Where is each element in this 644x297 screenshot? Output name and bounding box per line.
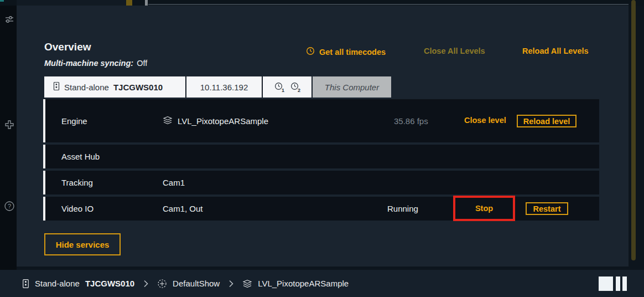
breadcrumb-machine-name[interactable]: TJCGWS010 bbox=[85, 279, 134, 288]
chevron-right-icon bbox=[143, 280, 148, 288]
machine-tab-row: Stand-alone TJCGWS010 10.11.36.192 1 2 bbox=[44, 76, 391, 98]
breadcrumb: Stand-alone TJCGWS010 DefaultShow LVL_Pi… bbox=[0, 270, 644, 297]
restart-button[interactable]: Restart bbox=[526, 202, 568, 215]
machine-type-label: Stand-alone bbox=[64, 83, 109, 92]
left-sidebar: ? bbox=[0, 6, 17, 270]
breadcrumb-level-name[interactable]: LVL_PixotopeARSample bbox=[258, 279, 349, 288]
get-all-timecodes-label: Get all timecodes bbox=[319, 48, 386, 57]
cropped-fragment bbox=[145, 0, 148, 6]
machine-tab[interactable]: Stand-alone TJCGWS010 bbox=[44, 76, 186, 98]
clock-number: 2 bbox=[298, 88, 300, 93]
plus-icon[interactable] bbox=[4, 119, 15, 130]
ip-address-tab[interactable]: 10.11.36.192 bbox=[186, 76, 263, 98]
service-value: Cam1 bbox=[163, 178, 599, 187]
this-computer-tab[interactable]: This Computer bbox=[313, 76, 391, 98]
machine-icon bbox=[53, 81, 60, 93]
service-name: Engine bbox=[45, 116, 163, 126]
machine-name-label: TJCGWS010 bbox=[113, 83, 163, 92]
service-name: Asset Hub bbox=[45, 152, 163, 161]
help-icon[interactable]: ? bbox=[4, 201, 15, 212]
cropped-fragment bbox=[148, 4, 629, 5]
layout-switcher-icon[interactable] bbox=[599, 276, 627, 291]
service-row-video-io: Video IO Cam1, Out Running Stop Restart bbox=[43, 197, 599, 221]
service-status: Running bbox=[387, 204, 418, 213]
breadcrumb-machine-type[interactable]: Stand-alone bbox=[35, 279, 80, 288]
layout-bar bbox=[622, 276, 627, 291]
stop-button[interactable]: Stop bbox=[475, 204, 493, 213]
service-row-tracking: Tracking Cam1 bbox=[43, 171, 599, 194]
level-name: LVL_PixotopeARSample bbox=[178, 116, 268, 126]
ip-address-value: 10.11.36.192 bbox=[200, 83, 248, 92]
pixotope-overview-screen: ? Overview Multi-machine syncing:Off Get… bbox=[0, 0, 644, 297]
cropped-fragment bbox=[0, 0, 4, 2]
reload-level-label: Reload level bbox=[523, 117, 570, 126]
cropped-fragment bbox=[126, 0, 132, 6]
get-all-timecodes-button[interactable]: Get all timecodes bbox=[306, 47, 386, 57]
machine-icon bbox=[22, 279, 29, 289]
service-name: Tracking bbox=[45, 178, 163, 187]
timecode-clocks-tab[interactable]: 1 2 bbox=[263, 76, 313, 98]
syncing-label: Multi-machine syncing: bbox=[44, 59, 133, 68]
layers-icon bbox=[163, 115, 173, 127]
overview-panel: Overview Multi-machine syncing:Off Get a… bbox=[17, 6, 629, 267]
multi-machine-syncing: Multi-machine syncing:Off bbox=[44, 59, 147, 68]
chevron-right-icon bbox=[228, 280, 233, 288]
close-all-levels-label: Close All Levels bbox=[424, 47, 485, 55]
restart-label: Restart bbox=[533, 204, 561, 213]
stop-button-highlight: Stop bbox=[453, 196, 515, 221]
cropped-fragment bbox=[17, 0, 126, 6]
show-icon bbox=[157, 279, 167, 289]
clock-number: 1 bbox=[282, 88, 284, 93]
reload-all-levels-button[interactable]: Reload All Levels bbox=[522, 47, 589, 55]
svg-text:?: ? bbox=[8, 203, 11, 209]
scrollbar[interactable] bbox=[631, 0, 636, 260]
hide-services-button[interactable]: Hide services bbox=[44, 233, 121, 255]
timecode-clock-1-icon[interactable]: 1 bbox=[274, 82, 284, 93]
reload-all-levels-label: Reload All Levels bbox=[522, 47, 589, 55]
page-title: Overview bbox=[44, 41, 91, 53]
this-computer-label: This Computer bbox=[325, 83, 379, 92]
layout-bar bbox=[616, 276, 620, 291]
fps-readout: 35.86 fps bbox=[394, 116, 428, 126]
close-all-levels-button[interactable]: Close All Levels bbox=[424, 47, 485, 55]
timecode-clock-icon bbox=[306, 47, 315, 57]
layers-icon bbox=[242, 279, 252, 289]
service-row-asset-hub: Asset Hub bbox=[43, 145, 599, 168]
timecode-clock-2-icon[interactable]: 2 bbox=[290, 82, 300, 93]
close-level-button[interactable]: Close level bbox=[464, 116, 506, 125]
hide-services-label: Hide services bbox=[56, 240, 110, 249]
reload-level-button[interactable]: Reload level bbox=[517, 115, 577, 127]
layout-square bbox=[599, 276, 613, 291]
cropped-top-strip bbox=[0, 0, 644, 6]
sliders-icon[interactable] bbox=[4, 14, 15, 25]
breadcrumb-show-name[interactable]: DefaultShow bbox=[173, 279, 220, 288]
syncing-value: Off bbox=[137, 59, 147, 68]
service-row-engine: Engine LVL_PixotopeARSample 35.86 fps Cl… bbox=[43, 99, 599, 142]
service-name: Video IO bbox=[45, 204, 163, 213]
